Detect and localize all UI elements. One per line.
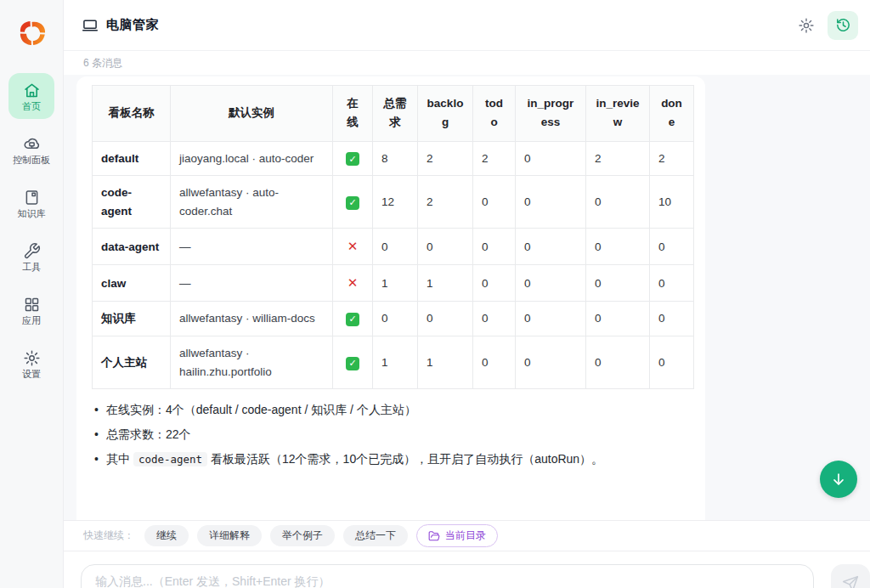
board-name: default (93, 141, 171, 176)
todo-count: 2 (473, 141, 516, 176)
col-header-total: 总需求 (373, 86, 418, 142)
table-header-row: 看板名称 默认实例 在线 总需求 backlog todo in_progres… (93, 86, 694, 142)
backlog-count: 2 (418, 176, 473, 229)
done-count: 0 (650, 265, 694, 302)
col-header-backlog: backlog (418, 86, 473, 142)
col-header-todo: todo (473, 86, 516, 142)
offline-cross-icon: ✕ (347, 239, 359, 253)
col-header-board-name: 看板名称 (93, 86, 171, 142)
topbar: 电脑管家 (64, 0, 870, 51)
backlog-count: 2 (418, 141, 473, 176)
board-instance: — (171, 265, 333, 302)
settings-button[interactable] (794, 13, 819, 38)
scroll-to-bottom-button[interactable] (820, 461, 857, 498)
board-instance: allwefantasy · hailin.zhu.portfolio (171, 336, 333, 388)
board-instance: jiaoyang.local · auto-coder (171, 141, 333, 176)
sidebar-item-control-panel[interactable]: 控制面板 (8, 127, 54, 172)
in-review-count: 0 (586, 176, 650, 229)
in-review-count: 0 (586, 265, 650, 302)
todo-count: 0 (473, 302, 516, 336)
board-name: 个人主站 (93, 336, 171, 388)
laptop-icon (82, 17, 99, 34)
current-directory-label: 当前目录 (445, 529, 486, 543)
col-header-default-instance: 默认实例 (171, 86, 333, 142)
tools-icon (23, 242, 41, 260)
quick-pill-example[interactable]: 举个例子 (270, 525, 335, 546)
app-window: 首页 控制面板 知识库 工具 应用 设置 (0, 0, 870, 588)
arrow-down-icon (830, 471, 847, 488)
knowledge-base-icon (23, 189, 41, 206)
table-row: claw — ✕ 1 1 0 0 0 0 (93, 265, 694, 302)
col-header-done: done (650, 86, 694, 142)
quick-bar-label: 快速继续： (83, 529, 134, 543)
sidebar-item-settings[interactable]: 设置 (8, 341, 54, 387)
message-input[interactable] (95, 574, 799, 588)
done-count: 0 (650, 302, 694, 336)
in-review-count: 0 (586, 336, 650, 388)
sidebar-item-apps[interactable]: 应用 (8, 287, 54, 333)
in-progress-count: 0 (516, 176, 586, 229)
total-count: 12 (373, 176, 418, 229)
in-review-count: 2 (586, 141, 650, 176)
composer (64, 551, 870, 588)
quick-pill-explain[interactable]: 详细解释 (197, 525, 262, 546)
total-count: 0 (373, 229, 418, 265)
inline-code: code-agent (133, 452, 207, 466)
table-row: default jiaoyang.local · auto-coder ✓ 8 … (93, 141, 694, 176)
backlog-count: 1 (418, 336, 473, 388)
in-review-count: 0 (586, 302, 650, 336)
in-progress-count: 0 (516, 302, 586, 336)
online-status: ✓ (333, 302, 373, 336)
board-instance: allwefantasy · william-docs (171, 302, 333, 336)
history-button[interactable] (828, 11, 858, 40)
board-instance: allwefantasy · auto-coder.chat (171, 176, 333, 229)
history-clock-icon (835, 17, 851, 33)
done-count: 0 (650, 229, 694, 265)
summary-text: 其中 (106, 452, 133, 466)
online-status: ✕ (333, 265, 373, 302)
total-count: 1 (373, 265, 418, 302)
col-header-in-progress: in_progress (516, 86, 586, 142)
todo-count: 0 (473, 176, 516, 229)
board-name: data-agent (93, 229, 171, 265)
summary-text: 看板最活跃（12个需求，10个已完成），且开启了自动执行（autoRun）。 (207, 452, 603, 466)
backlog-count: 1 (418, 265, 473, 302)
sidebar-item-tools[interactable]: 工具 (8, 234, 54, 280)
table-row: code-agent allwefantasy · auto-coder.cha… (93, 176, 694, 229)
message-input-box (81, 564, 814, 588)
chat-area: 看板名称 默认实例 在线 总需求 backlog todo in_progres… (64, 75, 870, 520)
current-directory-pill[interactable]: 当前目录 (416, 524, 498, 547)
online-check-icon: ✓ (346, 152, 359, 166)
total-count: 8 (373, 141, 418, 176)
sidebar-item-home[interactable]: 首页 (8, 73, 54, 119)
online-status: ✕ (333, 229, 373, 265)
sidebar-item-label: 首页 (22, 102, 41, 111)
page-title: 电脑管家 (106, 17, 159, 33)
in-progress-count: 0 (516, 229, 586, 265)
online-check-icon: ✓ (346, 196, 359, 210)
folder-open-icon (428, 530, 440, 542)
online-status: ✓ (333, 176, 373, 229)
online-check-icon: ✓ (346, 313, 359, 326)
topbar-actions (794, 11, 858, 40)
sidebar-item-label: 工具 (22, 263, 41, 272)
main-panel: 电脑管家 6 条消息 看板名称 (64, 0, 870, 588)
send-button[interactable] (831, 564, 870, 588)
online-check-icon: ✓ (346, 357, 359, 370)
sidebar: 首页 控制面板 知识库 工具 应用 设置 (0, 0, 64, 588)
kanban-table: 看板名称 默认实例 在线 总需求 backlog todo in_progres… (92, 85, 694, 389)
quick-pill-continue[interactable]: 继续 (144, 525, 189, 546)
message-count: 6 条消息 (64, 51, 870, 75)
app-logo-icon (14, 16, 48, 50)
online-status: ✓ (333, 336, 373, 388)
todo-count: 0 (473, 265, 516, 302)
sidebar-item-knowledge-base[interactable]: 知识库 (8, 180, 54, 226)
summary-item-total: 总需求数：22个 (92, 426, 693, 444)
board-name: code-agent (93, 176, 171, 229)
col-header-in-review: in_review (586, 86, 650, 142)
done-count: 0 (650, 336, 694, 388)
quick-pill-summarize[interactable]: 总结一下 (343, 525, 408, 546)
in-review-count: 0 (586, 229, 650, 265)
sidebar-item-label: 设置 (22, 370, 41, 379)
board-name: claw (93, 265, 171, 302)
